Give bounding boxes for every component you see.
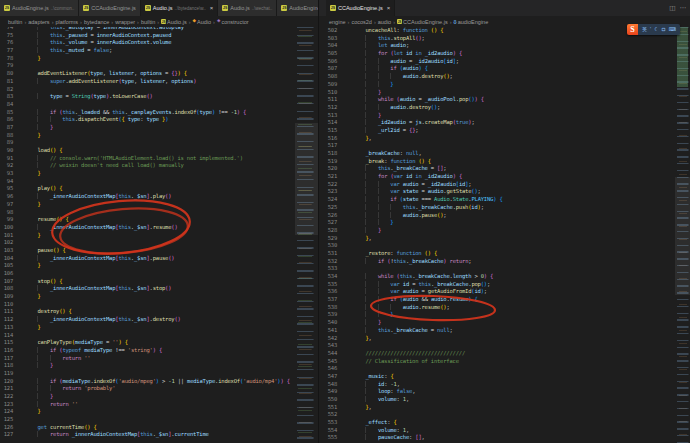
- more-actions-icon[interactable]: ⋯: [680, 4, 687, 12]
- code-line-content[interactable]: [345, 342, 690, 350]
- code-line-content[interactable]: get currentTime() {: [21, 424, 318, 432]
- code-line-content[interactable]: }: [345, 219, 690, 227]
- code-line-content[interactable]: if (audio) {: [345, 65, 690, 73]
- line-number[interactable]: 519: [319, 158, 345, 166]
- code-line-content[interactable]: }: [345, 319, 690, 327]
- code-line-content[interactable]: _break: function () {: [345, 158, 690, 166]
- line-number[interactable]: 90: [0, 147, 21, 155]
- line-number[interactable]: 99: [0, 216, 21, 224]
- line-number[interactable]: 109: [0, 293, 21, 301]
- line-number[interactable]: 87: [0, 124, 21, 132]
- code-line-content[interactable]: while (this._breakCache.length > 0) {: [345, 273, 690, 281]
- line-number[interactable]: 100: [0, 224, 21, 232]
- code-line-content[interactable]: }: [21, 201, 318, 209]
- line-number[interactable]: 522: [319, 181, 345, 189]
- code-line-content[interactable]: super.addEventListener(type, listener, o…: [21, 78, 318, 86]
- line-number[interactable]: 517: [319, 142, 345, 150]
- line-number[interactable]: 512: [319, 104, 345, 112]
- code-line-content[interactable]: return 'probably': [21, 385, 318, 393]
- code-line-content[interactable]: while (audio = _audioPool.pop()) {: [345, 96, 690, 104]
- code-line-content[interactable]: _url2id = {};: [345, 127, 690, 135]
- line-number[interactable]: 101: [0, 232, 21, 240]
- line-number[interactable]: 542: [319, 335, 345, 343]
- ime-mode-icon[interactable]: ⌨: [669, 27, 676, 32]
- line-number[interactable]: 121: [0, 385, 21, 393]
- line-number[interactable]: 511: [319, 96, 345, 104]
- code-line-content[interactable]: }: [21, 362, 318, 370]
- code-line-content[interactable]: canPlayType(mediaType = '') {: [21, 339, 318, 347]
- line-number[interactable]: 124: [0, 408, 21, 416]
- line-number[interactable]: 83: [0, 93, 21, 101]
- line-number[interactable]: 514: [319, 119, 345, 127]
- line-number[interactable]: 543: [319, 342, 345, 350]
- line-number[interactable]: 84: [0, 101, 21, 109]
- line-number[interactable]: 79: [0, 62, 21, 70]
- line-number[interactable]: 106: [0, 270, 21, 278]
- line-number[interactable]: 555: [319, 434, 345, 442]
- minimap-left[interactable]: [295, 27, 318, 443]
- line-number[interactable]: 78: [0, 55, 21, 63]
- line-number[interactable]: 117: [0, 355, 21, 363]
- code-line-content[interactable]: audio.destroy();: [345, 104, 690, 112]
- code-line-content[interactable]: }: [345, 89, 690, 97]
- line-number[interactable]: 530: [319, 242, 345, 250]
- code-line-content[interactable]: play() {: [21, 185, 318, 193]
- line-number[interactable]: 86: [0, 116, 21, 124]
- code-line-content[interactable]: audio.resume();: [345, 304, 690, 312]
- line-number[interactable]: 527: [319, 219, 345, 227]
- line-number[interactable]: 120: [0, 378, 21, 386]
- code-line-content[interactable]: }: [345, 81, 690, 89]
- line-number[interactable]: 525: [319, 204, 345, 212]
- ime-mode-icon[interactable]: ☾: [654, 27, 658, 32]
- breadcrumb-item-ccaudioengine-js[interactable]: JSCCAudioEngine.js: [397, 19, 448, 25]
- close-icon[interactable]: ×: [210, 5, 214, 11]
- line-number[interactable]: 537: [319, 296, 345, 304]
- code-line-content[interactable]: if (audio && audio.resume) {: [345, 296, 690, 304]
- breadcrumb-item-engine[interactable]: engine: [329, 19, 346, 25]
- code-line-content[interactable]: }: [21, 293, 318, 301]
- code-line-content[interactable]: var state = audio.getState();: [345, 188, 690, 196]
- line-number[interactable]: 107: [0, 278, 21, 286]
- line-number[interactable]: 539: [319, 311, 345, 319]
- line-number[interactable]: 93: [0, 170, 21, 178]
- code-line-content[interactable]: [21, 101, 318, 109]
- line-number[interactable]: 110: [0, 301, 21, 309]
- line-number[interactable]: 88: [0, 132, 21, 140]
- line-number[interactable]: 554: [319, 427, 345, 435]
- line-number[interactable]: 123: [0, 401, 21, 409]
- line-number[interactable]: 96: [0, 193, 21, 201]
- line-number[interactable]: 550: [319, 396, 345, 404]
- code-line-content[interactable]: _innerAudioContextMap[this._$sn].stop(): [21, 285, 318, 293]
- code-line-content[interactable]: this.dispatchEvent({ type: type }): [21, 116, 318, 124]
- line-number[interactable]: 513: [319, 112, 345, 120]
- code-line-content[interactable]: this._volume = innerAudioContext.volume: [21, 39, 318, 47]
- line-number[interactable]: 515: [319, 127, 345, 135]
- line-number[interactable]: 534: [319, 273, 345, 281]
- line-number[interactable]: 521: [319, 173, 345, 181]
- code-line-content[interactable]: return _innerAudioContextMap[this._$sn].…: [21, 431, 318, 439]
- code-line-content[interactable]: _innerAudioContextMap[this._$sn].play(): [21, 193, 318, 201]
- line-number[interactable]: 94: [0, 178, 21, 186]
- code-line-content[interactable]: volume: 1,: [345, 396, 690, 404]
- code-line-content[interactable]: resume() {: [21, 216, 318, 224]
- code-line-content[interactable]: _id2audio = js.createMap(true);: [345, 119, 690, 127]
- code-line-content[interactable]: }: [21, 124, 318, 132]
- line-number[interactable]: 92: [0, 162, 21, 170]
- code-line-content[interactable]: },: [345, 235, 690, 243]
- code-line-content[interactable]: }: [21, 393, 318, 401]
- line-number[interactable]: 114: [0, 332, 21, 340]
- code-line-content[interactable]: if (!this._breakCache) return;: [345, 258, 690, 266]
- code-line-content[interactable]: [345, 265, 690, 273]
- code-line-content[interactable]: [21, 86, 318, 94]
- ime-mode-icon[interactable]: ’: [650, 27, 651, 32]
- code-line-content[interactable]: volume: 1,: [345, 427, 690, 435]
- tab-ccaudioengine-js[interactable]: JSCCAudioEngine.js: [79, 0, 141, 16]
- tab-audioengine-js[interactable]: JSAudioEngine.js..\wrapper..: [277, 0, 318, 16]
- code-line-content[interactable]: _innerAudioContextMap[this._$sn].destroy…: [21, 316, 318, 324]
- line-number[interactable]: 518: [319, 150, 345, 158]
- line-number[interactable]: 516: [319, 135, 345, 143]
- breadcrumb-item-audio[interactable]: ◆Audio: [193, 19, 212, 25]
- code-line-content[interactable]: audio.destroy();: [345, 73, 690, 81]
- code-line-content[interactable]: this.stopAll();: [345, 35, 690, 43]
- code-line-content[interactable]: }: [21, 55, 318, 63]
